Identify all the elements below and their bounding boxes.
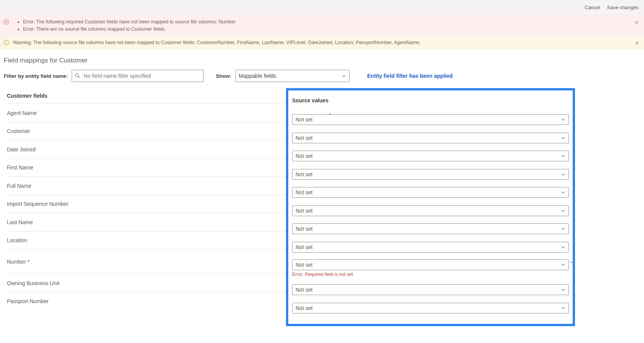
show-select[interactable]: Mappable fields [235,70,350,82]
warning-banner: Warning: The following source file colum… [0,36,644,49]
field-first-name: First Name [7,158,286,177]
warning-icon [3,39,9,46]
field-full-name: Full Name [7,176,286,195]
error-icon [3,19,9,25]
source-select-agent-name[interactable]: Not set [292,114,569,125]
show-select-value: Mappable fields [239,73,276,79]
source-select-full-name[interactable]: Not set [292,187,569,198]
source-select-date-joined[interactable]: Not set [292,151,569,161]
chevron-down-icon [561,172,565,177]
customer-fields-header: Customer fields [7,88,286,103]
show-label: Show: [216,73,232,79]
chevron-down-icon [561,208,565,213]
chevron-down-icon [561,226,565,231]
source-select-owning-business-unit[interactable]: Not set [292,284,569,295]
close-warning-banner[interactable]: ✕ [634,39,639,48]
field-number: Number * [7,249,286,274]
svg-point-6 [76,74,79,77]
search-icon [75,73,80,79]
top-action-bar: Cancel Save changes [0,0,644,15]
error-line-1: Error: The following required Customer f… [23,18,633,26]
field-owning-business-unit: Owning Business Unit [7,274,286,292]
field-agent-name: Agent Name [7,103,286,122]
chevron-down-icon [561,287,565,292]
field-location: Location [7,231,286,249]
cancel-button[interactable]: Cancel [585,5,600,10]
save-changes-button[interactable]: Save changes [607,5,639,10]
chevron-down-icon [561,190,565,195]
field-last-name: Last Name [7,213,286,231]
svg-point-5 [6,43,7,44]
chevron-down-icon [561,263,565,267]
filter-applied-message: Entity field filter has been applied [367,73,453,79]
field-date-joined: Date Joined [7,140,286,158]
source-select-location[interactable]: Not set [292,242,569,253]
error-required-field: Error: Required field is not set [292,272,569,277]
page-title: Field mappings for Customer [4,57,640,64]
chevron-down-icon [561,245,565,249]
chevron-down-icon [561,306,565,310]
field-import-sequence-number: Import Sequence Number [7,195,286,213]
source-select-customer[interactable]: Not set [292,133,569,143]
chevron-down-icon [561,136,565,140]
filter-row: Filter by entity field name: Show: Mappa… [4,70,640,82]
error-banner: Error: The following required Customer f… [0,15,644,36]
chevron-down-icon [561,117,565,122]
chevron-down-icon [561,154,565,158]
warning-text: Warning: The following source file colum… [13,40,421,45]
close-error-banner[interactable]: ✕ [634,18,639,27]
source-select-number[interactable]: Not set [292,259,569,270]
source-values-header: Source values [292,93,569,108]
source-select-last-name[interactable]: Not set [292,223,569,234]
error-line-2: Error: There are no source file columns … [23,26,633,33]
source-select-first-name[interactable]: Not set [292,169,569,180]
filter-input[interactable] [72,70,204,82]
svg-line-7 [79,77,80,78]
source-select-passport-number[interactable]: Not set [292,303,569,313]
field-passport-number: Passport Number [7,292,286,310]
filter-label: Filter by entity field name: [4,73,68,79]
source-select-import-sequence-number[interactable]: Not set [292,205,569,216]
field-customer: Customer [7,122,286,140]
source-values-highlight: Source values Not set Not set [286,88,575,326]
chevron-down-icon [342,74,346,79]
